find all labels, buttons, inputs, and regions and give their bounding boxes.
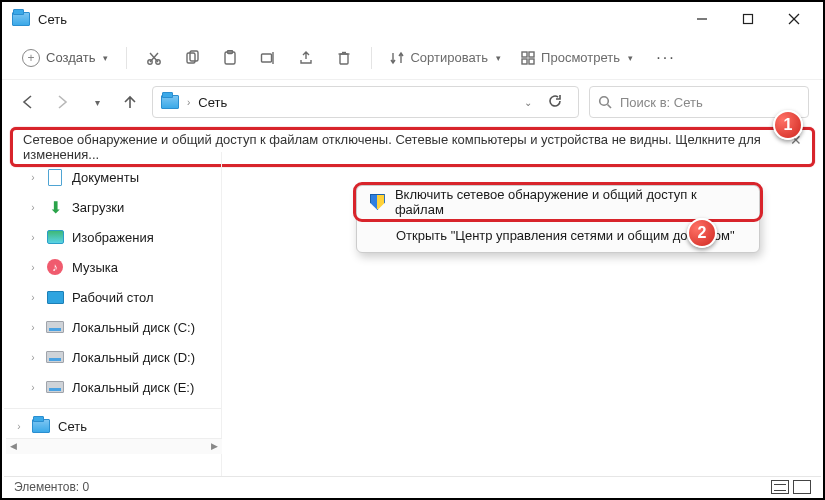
search-input[interactable]: Поиск в: Сеть [589,86,809,118]
svg-rect-19 [522,59,527,64]
pictures-icon [46,228,64,246]
expand-icon[interactable]: › [28,172,38,183]
expand-icon[interactable]: › [28,322,38,333]
sidebar-item-downloads[interactable]: › ⬇ Загрузки [4,192,221,222]
download-icon: ⬇ [46,198,64,216]
expand-icon[interactable]: › [28,202,38,213]
plus-icon: + [22,49,40,67]
chevron-down-icon[interactable]: ⌄ [524,97,532,108]
create-button[interactable]: + Создать ▾ [14,42,116,74]
menu-item-enable-network-discovery[interactable]: Включить сетевое обнаружение и общий дос… [356,185,760,219]
rename-button[interactable] [251,42,285,74]
svg-rect-14 [340,54,348,64]
recent-locations-button[interactable]: ▾ [84,90,108,114]
search-icon [598,95,612,109]
svg-rect-17 [522,52,527,57]
navigation-row: ▾ › Сеть ⌄ Поиск в: Сеть [2,80,823,124]
expand-icon[interactable]: › [14,421,24,432]
svg-point-21 [600,97,609,106]
expand-icon[interactable]: › [28,292,38,303]
network-icon [12,12,30,26]
separator [371,47,372,69]
menu-item-label: Открыть "Центр управления сетями и общим… [396,228,735,243]
view-switch [771,480,811,494]
details-view-button[interactable] [771,480,789,494]
expand-icon[interactable]: › [28,352,38,363]
cut-button[interactable] [137,42,171,74]
path-separator-icon: › [187,97,190,108]
copy-button[interactable] [175,42,209,74]
sidebar-item-music[interactable]: › ♪ Музыка [4,252,221,282]
view-button[interactable]: Просмотреть ▾ [513,42,641,74]
window-title: Сеть [38,12,67,27]
desktop-icon [46,288,64,306]
svg-line-22 [608,105,612,109]
minimize-button[interactable] [679,4,725,34]
svg-rect-20 [529,59,534,64]
sidebar-item-label: Локальный диск (E:) [72,380,194,395]
drive-icon [46,378,64,396]
window-controls [679,4,817,34]
search-placeholder: Поиск в: Сеть [620,95,703,110]
sidebar-item-drive-d[interactable]: › Локальный диск (D:) [4,342,221,372]
navigation-pane: › Документы › ⬇ Загрузки › Изображения ›… [4,152,222,476]
title-bar: Сеть [2,2,823,36]
annotation-marker-1: 1 [773,110,803,140]
sidebar-item-label: Документы [72,170,139,185]
maximize-button[interactable] [725,4,771,34]
sidebar-item-label: Сеть [58,419,87,434]
sidebar-item-documents[interactable]: › Документы [4,162,221,192]
sort-label: Сортировать [410,50,488,65]
shield-icon [370,194,385,210]
annotation-marker-2: 2 [687,218,717,248]
menu-item-label: Включить сетевое обнаружение и общий дос… [395,187,746,217]
close-button[interactable] [771,4,817,34]
svg-rect-18 [529,52,534,57]
sidebar-item-drive-e[interactable]: › Локальный диск (E:) [4,372,221,402]
address-text: Сеть [198,95,227,110]
status-bar: Элементов: 0 [4,476,821,496]
back-button[interactable] [16,90,40,114]
up-button[interactable] [118,90,142,114]
drive-icon [46,348,64,366]
status-text: Элементов: 0 [14,480,89,494]
address-bar[interactable]: › Сеть ⌄ [152,86,579,118]
sidebar-item-label: Загрузки [72,200,124,215]
svg-rect-12 [262,54,272,62]
sidebar-item-label: Рабочий стол [72,290,154,305]
forward-button[interactable] [50,90,74,114]
sidebar-item-label: Изображения [72,230,154,245]
paste-button[interactable] [213,42,247,74]
more-button[interactable]: ··· [649,42,683,74]
sidebar-item-label: Музыка [72,260,118,275]
sidebar-item-label: Локальный диск (D:) [72,350,195,365]
expand-icon[interactable]: › [28,382,38,393]
drive-icon [46,318,64,336]
chevron-down-icon: ▾ [628,53,633,63]
chevron-down-icon: ▾ [95,97,100,108]
create-label: Создать [46,50,95,65]
chevron-down-icon: ▾ [496,53,501,63]
sidebar-item-pictures[interactable]: › Изображения [4,222,221,252]
sidebar-item-desktop[interactable]: › Рабочий стол [4,282,221,312]
refresh-button[interactable] [540,94,570,111]
sort-button[interactable]: Сортировать ▾ [382,42,509,74]
sidebar-scrollbar[interactable] [6,438,222,454]
music-icon: ♪ [46,258,64,276]
chevron-down-icon: ▾ [103,53,108,63]
document-icon [46,168,64,186]
network-icon [32,417,50,435]
svg-rect-1 [744,15,753,24]
network-icon [161,95,179,109]
delete-button[interactable] [327,42,361,74]
separator [126,47,127,69]
icons-view-button[interactable] [793,480,811,494]
view-label: Просмотреть [541,50,620,65]
sidebar-item-label: Локальный диск (C:) [72,320,195,335]
toolbar: + Создать ▾ Сортировать ▾ Просмотреть ▾ … [2,36,823,80]
expand-icon[interactable]: › [28,262,38,273]
share-button[interactable] [289,42,323,74]
sidebar-item-drive-c[interactable]: › Локальный диск (C:) [4,312,221,342]
expand-icon[interactable]: › [28,232,38,243]
sidebar-item-network[interactable]: › Сеть [4,411,221,441]
